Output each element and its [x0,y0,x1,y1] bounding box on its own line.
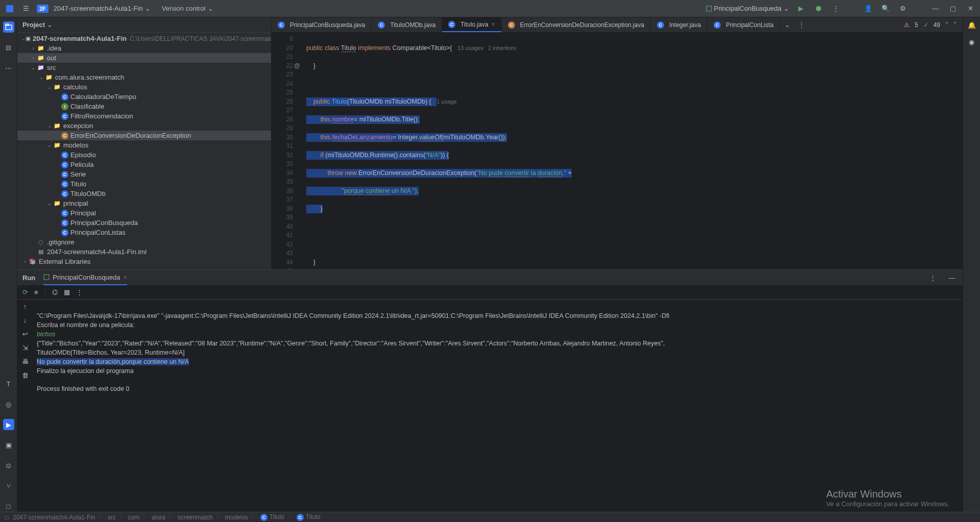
project-name-dropdown[interactable]: 2047-screenmatch4-Aula1-Fin ⌄ [54,5,151,12]
rerun-button[interactable]: ⟳ [22,288,28,296]
project-name: 2047-screenmatch4-Aula1-Fin [54,5,143,12]
class-icon: C [508,21,515,29]
titlebar: ☰ 2F 2047-screenmatch4-Aula1-Fin ⌄ Versi… [0,0,980,17]
tree-class[interactable]: CCalculadoraDeTiempo [17,92,271,102]
tabs-overflow[interactable]: ⌄ [780,17,794,32]
run-button[interactable]: ▶ [795,3,806,14]
tree-package[interactable]: ⌄com.alura.screenmatch [17,72,271,82]
run-panel-tabs: Run PrincipalConBusqueda × ⋮ — [17,270,963,285]
tree-folder-out[interactable]: ›out [17,53,271,63]
project-tree[interactable]: ⌄▣2047-screenmatch4-Aula1-FinC:\Users\DE… [17,33,271,269]
tree-class[interactable]: CTitulo [17,179,271,189]
code-with-me-icon[interactable]: 👤 [863,3,874,14]
stop-button[interactable]: ■ [34,288,38,296]
terminal-tool-button[interactable]: T [3,378,14,389]
tree-class[interactable]: CPrincipal [17,208,271,218]
tree-folder-idea[interactable]: ›.idea [17,43,271,53]
tree-class[interactable]: CSerie [17,169,271,179]
editor-area: CPrincipalConBusqueda.java CTituloOMDb.j… [272,17,963,269]
tree-class[interactable]: CPrincipalConBusqueda [17,218,271,228]
run-config-dropdown[interactable]: PrincipalConBusqueda ⌄ [706,5,789,12]
services-tool-button[interactable]: ◎ [3,399,14,410]
next-highlight-icon[interactable]: ˅ [953,21,957,29]
tree-folder-excepcion[interactable]: ⌄excepcion [17,121,271,131]
inspection-summary[interactable]: ⚠5 ✓49 ˄˅ [904,17,957,33]
editor-tab[interactable]: CInteger.java [651,17,707,32]
editor-tab[interactable]: CPrincipalConLista [707,17,780,32]
tree-class[interactable]: CTituloOMDb [17,189,271,198]
app-icon[interactable] [4,3,15,14]
clear-icon[interactable]: 🗑 [22,371,29,379]
print-icon[interactable]: 🖶 [22,358,29,365]
project-badge: 2F [37,5,48,13]
search-everywhere-icon[interactable]: 🔍 [880,3,891,14]
tabs-menu[interactable]: ⋮ [794,17,809,32]
status-icon[interactable]: □ [5,514,9,521]
minimize-button[interactable]: — [930,3,941,14]
prev-highlight-icon[interactable]: ˄ [945,21,948,29]
editor-tab[interactable]: CErrorEnConversionDeDuracionException.ja… [502,17,651,32]
attach-button[interactable]: ⌬ [52,288,58,296]
tree-interface[interactable]: IClasificable [17,102,271,111]
more-button[interactable]: ⋮ [76,288,83,296]
class-icon: C [714,21,721,29]
run-panel: Run PrincipalConBusqueda × ⋮ — ⟳ ■ | ⌬ ▦… [17,269,963,512]
tree-folder-src[interactable]: ⌄src [17,63,271,72]
hamburger-icon[interactable]: ☰ [20,3,32,14]
build-tool-button[interactable]: ▣ [3,439,14,451]
editor-tab-active[interactable]: CTitulo.java× [442,17,501,32]
code-editor[interactable]: public class Titulo implements Comparabl… [302,33,963,269]
class-icon: C [278,21,285,29]
right-tool-strip: 🔔 ◉ [963,17,980,512]
git-tool-button[interactable]: ⑂ [3,480,14,491]
up-arrow-icon[interactable]: ↑ [23,303,27,310]
tree-root[interactable]: ⌄▣2047-screenmatch4-Aula1-FinC:\Users\DE… [17,34,271,43]
chevron-down-icon: ⌄ [783,5,789,12]
chevron-down-icon: ⌄ [208,5,213,12]
tree-folder-principal[interactable]: ⌄principal [17,198,271,208]
more-actions-button[interactable]: ⋮ [830,3,841,14]
run-output[interactable]: "C:\Program Files\Java\jdk-17\bin\java.e… [33,300,963,512]
editor-tab[interactable]: CPrincipalConBusqueda.java [272,17,372,32]
notifications-tool-button[interactable]: 🔔 [968,21,976,29]
debug-button[interactable]: ⬢ [813,3,824,14]
close-tab-icon[interactable]: × [492,21,495,28]
structure-tool-button[interactable]: ⊟ [3,42,14,53]
breadcrumbs[interactable]: 2047-screenmatch4-Aula1-Fin〉src〉com〉alur… [13,513,321,521]
tree-folder-calculos[interactable]: ⌄calculos [17,82,271,92]
class-icon: C [448,21,455,28]
chevron-down-icon: ⌄ [47,21,53,29]
settings-gear-icon[interactable]: ⚙ [897,3,909,14]
square-tool-button[interactable]: □ [3,501,14,512]
maximize-button[interactable]: ▢ [947,3,959,14]
typo-icon: ✓ [923,21,928,29]
tree-class-exception[interactable]: CErrorEnConversionDeDuracionException [17,131,271,140]
run-tool-button[interactable]: ▶ [3,419,14,430]
tree-class[interactable]: CPelicula [17,160,271,169]
tree-class[interactable]: CFiltroRecomendacion [17,111,271,121]
editor-tab[interactable]: CTituloOMDb.java [372,17,442,32]
editor-tabs: CPrincipalConBusqueda.java CTituloOMDb.j… [272,17,963,33]
project-tool-button[interactable] [3,21,14,33]
tree-file-iml[interactable]: ▤2047-screenmatch4-Aula1-Fin.iml [17,247,271,257]
project-panel-header: Project ⌄ [17,17,271,33]
soft-wrap-icon[interactable]: ↩ [22,330,28,338]
svg-rect-0 [6,5,13,12]
layout-button[interactable]: ▦ [64,288,70,296]
close-button[interactable]: ✕ [965,3,976,14]
run-panel-hide[interactable]: — [946,272,958,283]
tree-class[interactable]: CEpisodio [17,150,271,160]
version-control-dropdown[interactable]: Version control ⌄ [162,5,213,12]
more-tool-button[interactable]: ⋯ [3,62,14,73]
ai-tool-button[interactable]: ◉ [969,38,974,46]
down-arrow-icon[interactable]: ↓ [23,316,27,324]
close-tab-icon[interactable]: × [124,274,128,281]
scroll-end-icon[interactable]: ⇲ [22,344,28,352]
run-tab[interactable]: PrincipalConBusqueda × [43,270,127,285]
problems-tool-button[interactable]: ⊙ [3,460,14,471]
tree-external-libraries[interactable]: ›📚External Libraries [17,257,271,266]
tree-folder-modelos[interactable]: ⌄modelos [17,140,271,150]
tree-file-gitignore[interactable]: ◌.gitignore [17,237,271,247]
tree-class[interactable]: CPrincipalConListas [17,228,271,237]
run-panel-menu[interactable]: ⋮ [927,272,938,283]
